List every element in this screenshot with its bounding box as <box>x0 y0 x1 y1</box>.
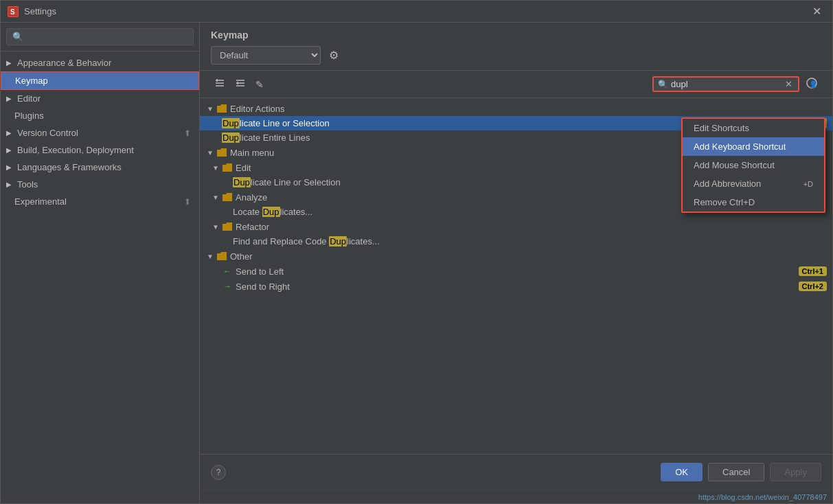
search-icon: 🔍 <box>658 80 668 89</box>
sidebar-nav: ▶ Appearance & Behavior Keymap ▶ Editor … <box>1 51 199 503</box>
context-menu-shortcut: +D <box>803 180 813 188</box>
arrow-icon: ▶ <box>6 129 14 137</box>
arrow-icon: ▶ <box>6 59 14 67</box>
status-url[interactable]: https://blog.csdn.net/weixin_40778497 <box>698 493 827 501</box>
highlight-text: Dup <box>262 207 280 217</box>
tree-section-editor-actions[interactable]: ▼ Editor Actions <box>200 101 832 116</box>
sidebar-item-tools[interactable]: ▶ Tools <box>1 176 199 193</box>
context-menu-label: Remove Ctrl+D <box>694 197 755 207</box>
context-menu-edit-shortcuts[interactable]: Edit Shortcuts <box>683 119 824 137</box>
sidebar-label-plugins: Plugins <box>14 111 44 121</box>
sidebar-label-tools: Tools <box>17 179 38 190</box>
keymap-controls: Default ⚙ <box>211 46 821 65</box>
sidebar-label-experimental: Experimental <box>14 196 67 207</box>
sidebar: ▶ Appearance & Behavior Keymap ▶ Editor … <box>1 23 200 503</box>
status-bar: https://blog.csdn.net/weixin_40778497 <box>200 490 832 503</box>
tree-section-refactor[interactable]: ▼ Refactor <box>200 219 832 234</box>
sidebar-label-version-control: Version Control <box>17 128 78 138</box>
expand-arrow: ▼ <box>205 251 215 261</box>
tree-item-find-replace[interactable]: Find and Replace Code Duplicates... <box>200 234 832 249</box>
edit-button[interactable]: ✎ <box>252 77 267 92</box>
svg-text:S: S <box>10 8 15 16</box>
main-panel-title: Keymap <box>211 30 821 41</box>
search-box: 🔍 ✕ <box>652 76 799 92</box>
arrow-icon: ▶ <box>6 95 14 103</box>
app-icon: S <box>8 6 19 17</box>
context-menu: Edit Shortcuts Add Keyboard Shortcut Add… <box>681 117 825 213</box>
sidebar-item-build[interactable]: ▶ Build, Execution, Deployment <box>1 141 199 159</box>
search-match-button[interactable]: 👤 <box>802 75 821 93</box>
main-panel: Keymap Default ⚙ <box>200 23 832 503</box>
apply-button[interactable]: Apply <box>770 463 821 481</box>
folder-icon <box>216 147 227 158</box>
sidebar-label-appearance: Appearance & Behavior <box>17 58 111 68</box>
highlight-text: Dup <box>222 133 240 143</box>
folder-icon <box>216 251 227 262</box>
folder-icon <box>222 192 233 203</box>
sidebar-item-appearance[interactable]: ▶ Appearance & Behavior <box>1 54 199 71</box>
toolbar-row: ✎ 🔍 ✕ 👤 <box>200 71 832 98</box>
search-clear-button[interactable]: ✕ <box>784 79 794 89</box>
collapse-all-button[interactable] <box>231 76 249 93</box>
expand-arrow: ▼ <box>205 104 215 113</box>
sidebar-label-build: Build, Execution, Deployment <box>17 145 134 155</box>
sidebar-item-version-control[interactable]: ▶ Version Control ⬆ <box>1 124 199 141</box>
item-label-find-replace: Find and Replace Code Duplicates... <box>233 236 827 247</box>
help-label: ? <box>216 468 221 477</box>
section-label-editor-actions: Editor Actions <box>230 104 827 114</box>
sidebar-search-input[interactable] <box>6 28 194 45</box>
close-button[interactable]: ✕ <box>808 3 825 19</box>
help-button[interactable]: ? <box>211 465 226 480</box>
title-bar: S Settings ✕ <box>1 1 832 23</box>
cancel-button[interactable]: Cancel <box>708 463 764 481</box>
arrow-icon: ▶ <box>6 181 14 189</box>
highlight-text: Dup <box>329 236 347 247</box>
main-content: ▶ Appearance & Behavior Keymap ▶ Editor … <box>1 23 832 503</box>
experimental-action[interactable]: ⬆ <box>184 197 191 207</box>
sidebar-item-languages[interactable]: ▶ Languages & Frameworks <box>1 159 199 176</box>
folder-icon <box>216 103 227 114</box>
folder-icon <box>222 162 233 173</box>
context-menu-label: Edit Shortcuts <box>694 123 749 133</box>
sidebar-search-area <box>1 23 199 51</box>
send-right-icon: → <box>222 281 233 292</box>
context-menu-label: Add Keyboard Shortcut <box>694 141 786 152</box>
expand-arrow: ▼ <box>211 163 220 172</box>
version-control-action[interactable]: ⬆ <box>184 128 191 138</box>
bottom-bar: ? OK Cancel Apply <box>200 454 832 490</box>
highlight-text: Dup <box>222 118 240 128</box>
context-menu-label: Add Mouse Shortcut <box>694 160 775 170</box>
context-menu-add-abbreviation[interactable]: Add Abbreviation +D <box>683 174 824 193</box>
sidebar-item-experimental[interactable]: Experimental ⬆ <box>1 193 199 210</box>
tree-item-send-left[interactable]: ← Send to Left Ctrl+1 <box>200 264 832 279</box>
context-menu-remove-ctrl-d[interactable]: Remove Ctrl+D <box>683 193 824 211</box>
context-menu-add-mouse[interactable]: Add Mouse Shortcut <box>683 156 824 174</box>
sidebar-item-keymap[interactable]: Keymap <box>1 71 199 90</box>
ok-button[interactable]: OK <box>661 463 703 481</box>
section-label-refactor: Refactor <box>236 222 827 232</box>
arrow-icon: ▶ <box>6 163 14 172</box>
gear-button[interactable]: ⚙ <box>326 46 341 65</box>
keymap-select[interactable]: Default <box>211 46 321 65</box>
window-title: Settings <box>24 6 808 16</box>
main-header: Keymap Default ⚙ <box>200 23 832 71</box>
expand-arrow: ▼ <box>205 148 215 157</box>
context-menu-label: Add Abbreviation <box>694 179 761 189</box>
sidebar-label-keymap: Keymap <box>15 76 48 86</box>
item-label-send-left: Send to Left <box>236 266 799 277</box>
sidebar-label-languages: Languages & Frameworks <box>17 162 122 172</box>
section-label-other: Other <box>230 251 827 262</box>
sidebar-item-plugins[interactable]: Plugins <box>1 107 199 124</box>
arrow-icon: ▶ <box>6 146 14 154</box>
tree-section-other[interactable]: ▼ Other <box>200 249 832 264</box>
search-input[interactable] <box>671 79 781 89</box>
sidebar-label-editor: Editor <box>17 93 41 104</box>
expand-arrow: ▼ <box>211 222 220 231</box>
expand-all-button[interactable] <box>211 76 229 93</box>
highlight-text: Dup <box>233 177 251 187</box>
send-left-icon: ← <box>222 266 233 277</box>
tree-item-send-right[interactable]: → Send to Right Ctrl+2 <box>200 279 832 294</box>
context-menu-add-keyboard[interactable]: Add Keyboard Shortcut <box>683 137 824 156</box>
folder-icon <box>222 221 233 232</box>
sidebar-item-editor[interactable]: ▶ Editor <box>1 90 199 107</box>
